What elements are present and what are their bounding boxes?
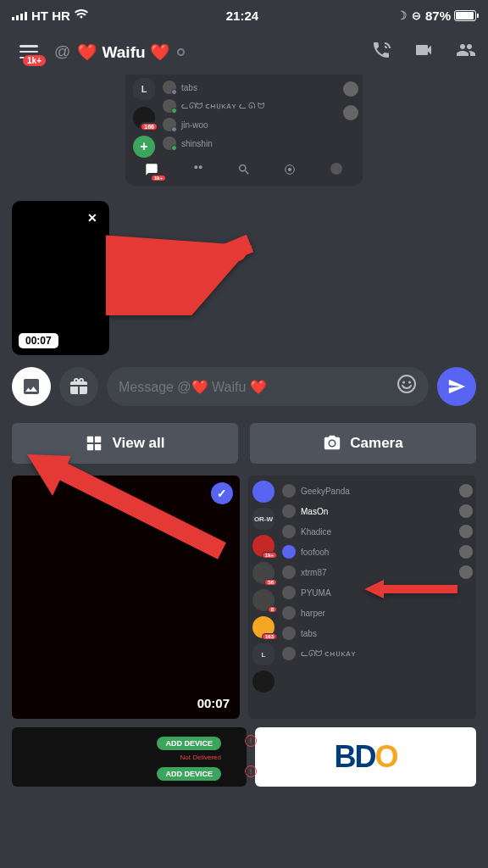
attachment-duration: 00:07 [19,333,58,348]
svg-point-1 [288,168,291,171]
view-all-button[interactable]: View all [12,423,238,464]
nav-friends-icon [190,163,207,179]
svg-rect-8 [95,444,101,450]
add-server-icon: + [133,136,155,158]
user-row: xtrm87 [282,562,452,582]
svg-marker-9 [113,273,152,314]
user-row: tabs [163,78,339,97]
menu-button[interactable]: 1k+ [12,35,46,69]
media-picker-button[interactable] [12,367,51,406]
user-row: foofooh [282,542,452,562]
annotation-arrow [106,231,258,319]
svg-point-2 [398,376,415,392]
user-row: Khadice [282,521,452,542]
user-row: ᓚᘏᗢ ᴄʜᴜᴋᴀʏ ᓚ ᘏ ᗢ [163,97,339,115]
nav-profile-icon [328,163,345,179]
svg-rect-6 [95,437,101,442]
status-time: 21:24 [226,8,258,23]
server-icon [252,481,274,503]
signal-icon [12,10,27,20]
server-icon: L [252,643,274,665]
channel-header: 1k+ @ ❤️ Waifu ❤️ [0,31,488,73]
user-row: GeekyPanda [282,481,452,501]
orientation-lock-icon: ⊝ [412,9,421,22]
svg-rect-5 [87,437,93,442]
user-row: PYUMA [282,582,452,603]
svg-rect-7 [87,444,93,450]
svg-point-4 [408,381,411,384]
user-row: shinshin [163,134,339,153]
add-device-badge: ADD DEVICE [157,737,221,750]
user-row: jin-woo [163,115,339,134]
nav-mentions-icon [281,163,298,179]
camera-button[interactable]: Camera [250,423,476,464]
user-row: tabs [282,623,452,643]
gift-button[interactable] [59,367,98,406]
user-row: harper [282,603,452,623]
channel-name[interactable]: @ ❤️ Waifu ❤️ [54,42,363,62]
gallery-item-bdo[interactable]: BDO [255,727,476,787]
message-input-row: Message @❤️ Waifu ❤️ [0,355,488,418]
server-icon: 8 [252,589,274,611]
at-icon: @ [54,42,70,61]
video-call-button[interactable] [413,40,434,64]
user-row: ᓚᘏᗢ ᴄʜᴜᴋᴀʏ [282,643,452,664]
message-input[interactable]: Message @❤️ Waifu ❤️ [107,367,429,406]
server-icon: 1k+ [252,535,274,557]
user-row: MasOn [282,501,452,521]
add-device-badge: ADD DEVICE [157,767,221,781]
members-button[interactable] [456,40,476,64]
embedded-screenshot-top: L 166 + tabs ᓚᘏᗢ ᴄʜᴜᴋᴀʏ ᓚ ᘏ ᗢ jin-woo sh… [125,75,363,186]
svg-point-3 [402,381,405,384]
status-bar: HT HR 21:24 ☽ ⊝ 87% [0,0,488,31]
nav-messages-icon: 1k+ [143,163,160,179]
nav-search-icon [236,163,252,179]
notification-badge: 1k+ [23,55,46,66]
server-icon: L [133,78,155,100]
carrier-label: HT HR [31,8,70,23]
status-offline-icon [177,48,185,56]
selected-check-icon: ✓ [211,482,233,504]
emoji-button[interactable] [396,374,417,399]
voice-call-button[interactable] [371,40,391,64]
battery-icon [454,10,476,21]
server-icon: 163 [252,616,274,638]
send-button[interactable] [437,367,476,406]
gallery-item-screenshot[interactable]: OR-W 1k+ 56 8 163 L GeekyPanda MasOn Kha… [248,476,476,719]
battery-percent: 87% [425,8,451,23]
server-icon: 56 [252,562,274,584]
server-icon [252,670,274,693]
remove-attachment-button[interactable]: ✕ [82,208,103,228]
attachment-preview[interactable]: ✕ 00:07 [12,201,109,355]
gallery-item-messages[interactable]: ADD DEVICE! Not Delivered ADD DEVICE! [12,727,247,787]
dnd-icon: ☽ [396,8,408,22]
gallery-item-video[interactable]: ✓ 00:07 [12,476,240,719]
server-icon: OR-W [252,508,274,530]
wifi-icon [75,8,88,23]
message-placeholder: Message @❤️ Waifu ❤️ [119,379,388,395]
gallery-duration: 00:07 [197,696,230,710]
server-icon: 166 [133,107,155,129]
